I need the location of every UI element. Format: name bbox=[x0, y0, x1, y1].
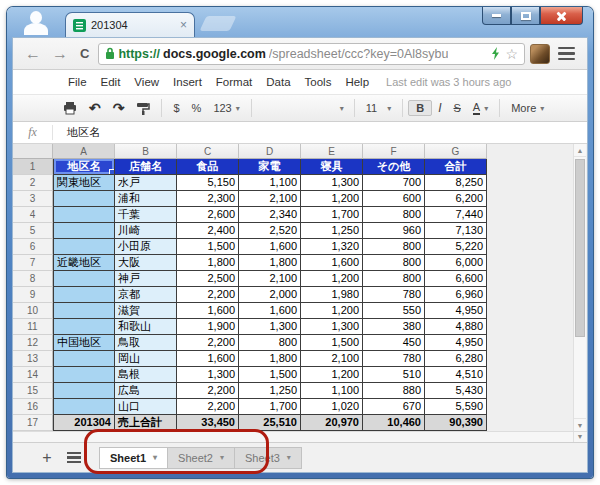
cell[interactable]: 5,590 bbox=[425, 399, 487, 415]
print-button[interactable] bbox=[57, 102, 83, 115]
chevron-down-icon[interactable]: ▾ bbox=[153, 453, 157, 462]
cell[interactable]: 1,600 bbox=[239, 303, 301, 319]
cell[interactable]: 1,700 bbox=[239, 399, 301, 415]
row-header-3[interactable]: 3 bbox=[13, 191, 53, 207]
column-header-A[interactable]: A bbox=[53, 144, 115, 159]
cell[interactable]: 1,600 bbox=[177, 351, 239, 367]
cell[interactable]: 食品 bbox=[177, 159, 239, 175]
row-header-15[interactable]: 15 bbox=[13, 383, 53, 399]
cell[interactable]: 2,100 bbox=[301, 351, 363, 367]
cell[interactable] bbox=[53, 239, 115, 255]
menu-format[interactable]: Format bbox=[209, 73, 259, 91]
menu-data[interactable]: Data bbox=[259, 73, 297, 91]
cell[interactable]: 4,880 bbox=[425, 319, 487, 335]
cell[interactable]: 1,200 bbox=[301, 191, 363, 207]
cell[interactable]: 1,250 bbox=[301, 223, 363, 239]
cell[interactable]: 2,200 bbox=[177, 287, 239, 303]
cell[interactable]: 1,500 bbox=[239, 367, 301, 383]
cell[interactable]: 神戸 bbox=[115, 271, 177, 287]
cell[interactable]: 千葉 bbox=[115, 207, 177, 223]
row-header-8[interactable]: 8 bbox=[13, 271, 53, 287]
vertical-scrollbar[interactable]: ▲ ▼ bbox=[573, 144, 586, 431]
row-header-4[interactable]: 4 bbox=[13, 207, 53, 223]
cell[interactable]: 2,200 bbox=[177, 335, 239, 351]
cell[interactable]: 家電 bbox=[239, 159, 301, 175]
cell[interactable]: 1,250 bbox=[239, 383, 301, 399]
cell[interactable]: 600 bbox=[363, 191, 425, 207]
cell[interactable]: 2,500 bbox=[177, 271, 239, 287]
minimize-button[interactable] bbox=[482, 7, 511, 25]
more-button[interactable]: More ▾ bbox=[505, 102, 550, 114]
plugin-bolt-icon[interactable] bbox=[491, 47, 500, 60]
row-header-9[interactable]: 9 bbox=[13, 287, 53, 303]
cell[interactable]: 1,980 bbox=[301, 287, 363, 303]
menu-file[interactable]: File bbox=[61, 73, 94, 91]
cell[interactable]: 780 bbox=[363, 287, 425, 303]
cell[interactable] bbox=[53, 223, 115, 239]
cell[interactable]: 近畿地区 bbox=[53, 255, 115, 271]
cell[interactable]: 6,280 bbox=[425, 351, 487, 367]
cell[interactable]: その他 bbox=[363, 159, 425, 175]
cell[interactable]: 6,600 bbox=[425, 271, 487, 287]
cell[interactable]: 川崎 bbox=[115, 223, 177, 239]
forward-icon[interactable]: → bbox=[49, 45, 71, 63]
grid-corner[interactable] bbox=[13, 144, 53, 159]
font-family-dropdown[interactable]: ▾ bbox=[257, 98, 349, 118]
chevron-down-icon[interactable]: ▾ bbox=[287, 453, 291, 462]
cell[interactable]: 7,440 bbox=[425, 207, 487, 223]
add-sheet-button[interactable]: + bbox=[37, 449, 57, 467]
cell[interactable]: 5,150 bbox=[177, 175, 239, 191]
cell[interactable] bbox=[53, 271, 115, 287]
text-color-button[interactable]: A ▾ bbox=[467, 102, 494, 115]
cell[interactable]: 1,600 bbox=[239, 239, 301, 255]
cell[interactable]: 岡山 bbox=[115, 351, 177, 367]
cell[interactable]: 滋賀 bbox=[115, 303, 177, 319]
back-icon[interactable]: ← bbox=[22, 45, 44, 63]
cell[interactable]: 800 bbox=[363, 207, 425, 223]
cell[interactable]: 4,950 bbox=[425, 335, 487, 351]
cell[interactable]: 2,300 bbox=[177, 191, 239, 207]
cell[interactable]: 1,100 bbox=[239, 175, 301, 191]
cell[interactable]: 売上合計 bbox=[115, 415, 177, 431]
cell[interactable] bbox=[53, 191, 115, 207]
row-header-5[interactable]: 5 bbox=[13, 223, 53, 239]
cell[interactable]: 201304 bbox=[53, 415, 115, 431]
undo-button[interactable]: ↶ bbox=[83, 100, 107, 116]
cell[interactable]: 7,130 bbox=[425, 223, 487, 239]
horizontal-scrollbar[interactable]: ▼ bbox=[13, 431, 587, 442]
chevron-down-icon[interactable]: ▾ bbox=[220, 453, 224, 462]
cell[interactable]: 1,800 bbox=[177, 255, 239, 271]
redo-button[interactable]: ↷ bbox=[107, 100, 131, 116]
cell[interactable]: 1,300 bbox=[239, 319, 301, 335]
cell[interactable]: 20,970 bbox=[301, 415, 363, 431]
cell[interactable]: 6,960 bbox=[425, 287, 487, 303]
cell[interactable]: 1,200 bbox=[301, 367, 363, 383]
scroll-up-icon[interactable]: ▲ bbox=[574, 144, 586, 157]
menu-help[interactable]: Help bbox=[338, 73, 376, 91]
cell[interactable]: 550 bbox=[363, 303, 425, 319]
menu-edit[interactable]: Edit bbox=[94, 73, 128, 91]
bold-button[interactable]: B bbox=[408, 100, 432, 116]
scroll-right-icon[interactable]: ▼ bbox=[573, 432, 586, 442]
menu-insert[interactable]: Insert bbox=[166, 73, 209, 91]
tab-close-icon[interactable]: × bbox=[180, 19, 187, 31]
cell[interactable]: 880 bbox=[363, 383, 425, 399]
cell[interactable]: 1,800 bbox=[239, 255, 301, 271]
new-tab-button[interactable] bbox=[200, 16, 237, 31]
row-header-1[interactable]: 1 bbox=[13, 159, 53, 175]
cell[interactable] bbox=[53, 367, 115, 383]
cell[interactable]: 1,200 bbox=[301, 271, 363, 287]
cell[interactable]: 450 bbox=[363, 335, 425, 351]
cell[interactable]: 700 bbox=[363, 175, 425, 191]
cell[interactable]: 1,300 bbox=[177, 367, 239, 383]
cell[interactable]: 2,520 bbox=[239, 223, 301, 239]
cell[interactable]: 960 bbox=[363, 223, 425, 239]
formula-bar[interactable]: fx 地区名 bbox=[13, 122, 587, 144]
fill-handle[interactable] bbox=[109, 169, 114, 174]
bookmark-star-icon[interactable]: ☆ bbox=[505, 46, 518, 62]
cell[interactable]: 1,500 bbox=[301, 335, 363, 351]
cell[interactable]: 広島 bbox=[115, 383, 177, 399]
cell[interactable]: 水戸 bbox=[115, 175, 177, 191]
row-header-6[interactable]: 6 bbox=[13, 239, 53, 255]
column-header-G[interactable]: G bbox=[425, 144, 487, 159]
